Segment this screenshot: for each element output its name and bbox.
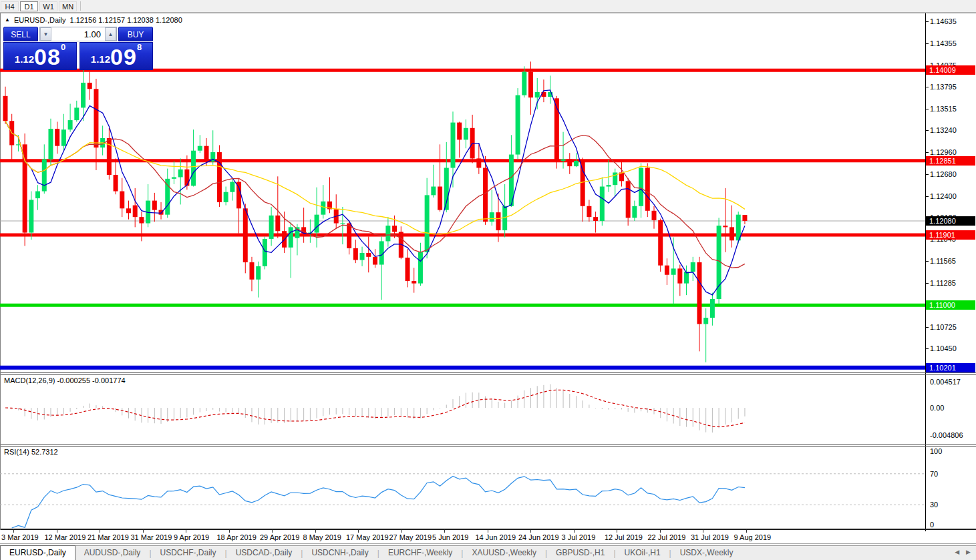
buy-price-pipette: 8: [137, 43, 142, 52]
date-axis-tick: [444, 530, 445, 533]
candle-body: [561, 160, 566, 161]
candle-body: [425, 195, 430, 252]
candlestick-series: [3, 61, 748, 362]
tab-audusd-daily[interactable]: AUDUSD-,Daily: [75, 546, 150, 560]
candle-body: [243, 208, 248, 262]
tab-eurusd-daily[interactable]: EURUSD-,Daily: [0, 545, 75, 560]
date-axis-tick: [57, 530, 57, 533]
candle-body: [315, 215, 319, 233]
price-axis-tick-mark: [925, 109, 929, 109]
date-axis-label: 31 Mar 2019: [131, 533, 172, 541]
candle-body: [217, 152, 222, 202]
date-axis-label: 12 Jul 2019: [605, 533, 643, 541]
candle-body: [172, 177, 176, 178]
candle-body: [385, 226, 390, 241]
sell-price-prefix: 1.12: [15, 51, 34, 68]
candle-body: [35, 192, 40, 199]
tab-scroll-left-icon[interactable]: ◀: [955, 549, 959, 555]
candle-body: [88, 83, 92, 89]
price-axis-tick: 1.11565: [930, 257, 956, 265]
date-axis-label: 22 Jul 2019: [648, 533, 686, 541]
price-level-tag-1.11000: 1.11000: [926, 300, 975, 310]
price-axis-tick-mark: [925, 261, 929, 262]
rsi-axis-label: 30: [930, 501, 938, 509]
candle-body: [703, 318, 708, 324]
candle-body: [321, 202, 325, 215]
candle-body: [236, 182, 241, 209]
candle-body: [691, 262, 695, 272]
volume-input[interactable]: [51, 27, 105, 41]
candle-body: [204, 146, 209, 162]
date-axis-label: 29 Apr 2019: [260, 533, 299, 541]
candle-body: [652, 211, 657, 220]
sell-price-display[interactable]: 1.12080: [3, 42, 77, 70]
candle-body: [366, 253, 371, 257]
trading-platform-window: H4D1W1MN ▲ EURUSD-,Daily 1.12156 1.12157…: [0, 0, 976, 560]
date-axis-label: 31 Jul 2019: [691, 533, 729, 541]
candle-body: [710, 299, 715, 318]
date-axis-label: 3 Jul 2019: [562, 533, 596, 541]
candle-body: [55, 129, 59, 146]
date-axis-tick: [530, 530, 531, 533]
candle-body: [723, 226, 727, 227]
price-axis-tick-mark: [925, 21, 929, 22]
tab-xauusd-weekly[interactable]: XAUUSD-,Weekly: [463, 546, 544, 560]
candle-body: [249, 262, 254, 280]
tab-scroll-right-icon[interactable]: ▶: [966, 549, 971, 555]
volume-increase-button[interactable]: ▲: [105, 27, 116, 41]
candle-body: [48, 129, 53, 160]
tab-ukoil-h1[interactable]: UKOil-,H1: [616, 546, 669, 560]
candle-body: [742, 215, 747, 221]
rsi-indicator-label: RSI(14) 52.7312: [4, 448, 58, 456]
tab-usdcad-daily[interactable]: USDCAD-,Daily: [227, 546, 301, 560]
date-axis-label: 5 Jun 2019: [432, 533, 468, 541]
candle-body: [61, 129, 66, 146]
candle-body: [42, 160, 47, 192]
date-axis-label: 9 Aug 2019: [734, 533, 772, 541]
moving-average-13: [5, 121, 745, 268]
price-axis-tick: 1.11285: [930, 279, 956, 287]
macd-axis-label: 0.00: [930, 404, 944, 412]
tab-eurchf-weekly[interactable]: EURCHF-,Weekly: [379, 546, 461, 560]
sell-button[interactable]: SELL: [3, 27, 38, 41]
candle-body: [340, 224, 345, 224]
candle-body: [528, 72, 533, 98]
candle-body: [114, 175, 118, 192]
candle-body: [126, 208, 131, 213]
date-axis-tick: [186, 530, 186, 533]
candle-body: [626, 181, 631, 218]
buy-button[interactable]: BUY: [118, 27, 153, 41]
one-click-trading-panel: SELL ▼ ▲ BUY 1.12080 1.12098: [3, 27, 153, 70]
candle-body: [152, 201, 157, 210]
candle-body: [665, 266, 669, 275]
buy-price-main: 09: [110, 45, 137, 68]
candle-body: [3, 96, 8, 121]
tab-gbpusd-h1[interactable]: GBPUSD-,H1: [547, 546, 613, 560]
rsi-panel: [0, 474, 925, 528]
candle-body: [677, 268, 682, 283]
rsi-axis-label: 70: [930, 470, 938, 478]
chart-surface[interactable]: [0, 0, 976, 560]
price-axis-tick: 1.13240: [930, 126, 957, 134]
price-axis-tick: 1.12960: [930, 148, 957, 156]
macd-panel: [5, 384, 745, 433]
candle-body: [496, 212, 500, 230]
date-axis-label: 14 Jun 2019: [476, 533, 516, 541]
macd-axis-label: 0.004517: [930, 378, 961, 386]
sell-price-pipette: 0: [61, 43, 65, 52]
date-axis-tick: [660, 530, 661, 533]
candle-body: [139, 217, 144, 223]
candle-body: [289, 227, 293, 247]
tab-usdx-weekly[interactable]: USDX-,Weekly: [671, 546, 742, 560]
volume-decrease-button[interactable]: ▼: [40, 27, 51, 41]
buy-price-display[interactable]: 1.12098: [79, 42, 153, 70]
date-axis-tick: [272, 530, 273, 533]
candle-body: [483, 168, 488, 222]
price-level-tag-1.14009: 1.14009: [926, 65, 975, 75]
candle-body: [476, 158, 481, 168]
rsi-axis-label: 100: [930, 447, 942, 455]
price-axis-tick-mark: [925, 152, 929, 153]
tab-usdcnh-daily[interactable]: USDCNH-,Daily: [303, 546, 377, 560]
candle-body: [697, 262, 701, 324]
tab-usdchf-daily[interactable]: USDCHF-,Daily: [152, 546, 225, 560]
